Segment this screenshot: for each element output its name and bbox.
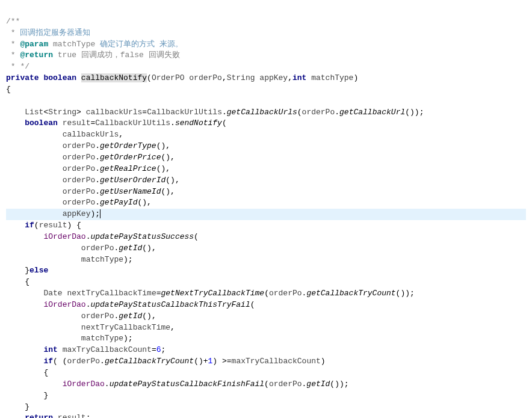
method-call: getCallbackUrls [227, 108, 297, 117]
var: appKey [63, 209, 91, 218]
type-date: Date [43, 289, 62, 298]
method-call: getPayId [100, 198, 137, 207]
field: iOrderDao [63, 380, 105, 389]
field: iOrderDao [43, 232, 85, 241]
method-call: getUserNameId [100, 187, 161, 196]
type-list: List [25, 108, 43, 117]
text-cursor [100, 209, 101, 218]
method-call: getOrderType [100, 141, 156, 150]
var: orderPo [63, 176, 96, 185]
method-name: callbackNotify [81, 73, 147, 82]
var: orderPo [81, 244, 114, 253]
var: orderPo [269, 289, 302, 298]
var: callbackUrls [63, 130, 119, 139]
var: callbackUrls [86, 108, 143, 117]
method-call: getNextTryCallbackTime [161, 289, 265, 298]
keyword-else: else [29, 266, 48, 275]
method-call: updatePayStatusSuccess [90, 232, 194, 241]
var: maxTryCallbackCount [63, 345, 152, 354]
comment-line: * [6, 28, 20, 37]
comment-text: 确定订单的方式 来源。 [100, 40, 183, 49]
var: matchType [81, 334, 123, 343]
var: orderPo [302, 108, 335, 117]
var: nextTryCallbackTime [81, 323, 170, 332]
comment-param: matchType [48, 40, 100, 49]
var: orderPo [63, 164, 96, 173]
number: 6 [156, 345, 161, 354]
type-orderpo: OrderPO [152, 73, 185, 82]
doc-tag: @return [20, 51, 53, 60]
method-call: getCallbackUrl [339, 108, 405, 117]
comment-line: * [6, 51, 20, 60]
code-editor: /** * 回调指定服务器通知 * @param matchType 确定订单的… [6, 5, 526, 418]
keyword-boolean: boolean [25, 118, 58, 128]
method-call: getCallbackTryCount [306, 289, 395, 298]
method-call: updatePayStatusCallbackThisTryFail [90, 300, 250, 309]
var: matchType [81, 255, 123, 264]
comment-line: /** [6, 17, 20, 26]
method-call: getCallbackTryCount [105, 357, 194, 366]
var: result [63, 118, 91, 128]
comment-line: * [6, 40, 20, 49]
var: orderPo [81, 312, 114, 321]
var: maxTryCallbackCount [232, 357, 321, 366]
method-call: sendNotify [175, 118, 222, 128]
var: orderPo [63, 153, 96, 162]
keyword-int: int [43, 345, 57, 354]
var: orderPo [269, 380, 302, 389]
keyword-boolean: boolean [43, 73, 76, 82]
field: iOrderDao [43, 300, 85, 309]
comment-text: 回调指定服务器通知 [20, 28, 90, 37]
param: orderPo [189, 73, 222, 82]
code-block: /** * 回调指定服务器通知 * @param matchType 确定订单的… [6, 16, 526, 418]
param: matchType [311, 73, 353, 82]
keyword-if: if [25, 221, 34, 230]
class-name: CallbackUrlUtils [147, 108, 222, 117]
method-call: updatePayStatusCallbackFinishFail [110, 380, 264, 389]
brace: { [6, 85, 11, 94]
keyword-return: return [25, 413, 53, 418]
var: orderPo [63, 198, 96, 207]
param: appKey [259, 73, 288, 82]
method-call: getId [119, 312, 142, 321]
type-string: String [48, 108, 76, 117]
method-call: getUserOrderId [100, 176, 165, 185]
highlighted-line: appKey); [6, 209, 526, 220]
keyword-private: private [6, 73, 39, 82]
class-name: CallbackUrlUtils [95, 118, 170, 128]
var: orderPo [63, 141, 96, 150]
var: orderPo [63, 187, 96, 196]
type-string: String [227, 73, 255, 82]
var: result [39, 221, 67, 230]
var: result [58, 413, 86, 418]
var: nextTryCallbackTime [67, 289, 156, 298]
method-call: getOrderPrice [100, 153, 161, 162]
method-call: getRealPrice [100, 164, 156, 173]
keyword-int: int [292, 73, 306, 82]
method-call: getId [119, 244, 142, 253]
comment-text: true 回调成功，false 回调失败 [53, 51, 180, 60]
comment-line: * */ [6, 62, 29, 71]
doc-tag: @param [20, 40, 48, 49]
var: orderPo [67, 357, 100, 366]
method-call: getId [306, 380, 330, 389]
keyword-if: if [43, 357, 53, 366]
